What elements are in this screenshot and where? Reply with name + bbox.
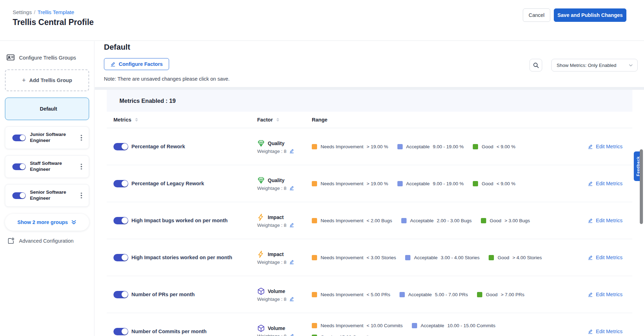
sort-metrics-icon[interactable] [135,117,138,122]
edit-weightage-icon[interactable] [289,223,294,228]
advanced-configuration-button[interactable]: Advanced Configuration [5,237,89,245]
factor-name: Quality [268,178,284,183]
edit-metrics-link[interactable]: Edit Metrics [588,144,623,149]
range-value: < 10.00 Commits [367,323,403,328]
group-toggle[interactable] [12,135,26,141]
range-color-swatch [312,181,317,186]
range-color-swatch [312,255,317,260]
range-chip-acceptable: Acceptable5.00 - 7.00 PRs [400,292,468,297]
configure-factors-button[interactable]: Configure Factors [104,58,169,70]
weightage-value: Weightage : 8 [257,297,286,302]
weightage-value: Weightage : 8 [257,223,286,228]
group-toggle[interactable] [12,192,26,199]
factor-name: Quality [268,141,284,146]
sidebar-item-default-group[interactable]: Default [5,98,89,120]
factor-name: Impact [268,251,284,257]
edit-metrics-label: Edit Metrics [596,329,623,334]
range-level-label: Good [321,335,332,336]
trellis-profile-page: Settings/Trellis Template Trellis Centra… [0,0,644,336]
sort-factor-icon[interactable] [276,117,280,122]
edit-weightage-icon[interactable] [289,260,294,265]
edit-weightage-icon[interactable] [289,297,294,301]
range-chip-needs-improvement: Needs Improvement> 19.00 % [312,181,388,186]
edit-weightage-icon[interactable] [289,186,294,191]
edit-metrics-label: Edit Metrics [596,255,623,260]
group-name: Junior Software Engineer [30,132,78,144]
metric-toggle[interactable] [113,217,128,224]
range-chip-good: Good< 9.00 % [473,144,515,149]
group-toggle[interactable] [12,163,26,170]
range-value: < 5.00 PRs [367,292,390,297]
kebab-menu-icon[interactable] [78,162,85,171]
edit-metrics-link[interactable]: Edit Metrics [588,292,623,297]
range-level-label: Acceptable [408,292,432,297]
range-value: < 2.00 Bugs [367,218,392,223]
range-chip-good: Good< 9.00 % [473,181,515,186]
table-row: Percentage of Rework Quality Weightage :… [107,128,632,165]
show-metrics-dropdown[interactable]: Show Metrics: Only Enabled [551,59,638,71]
factor-name: Volume [268,288,285,294]
bolt-icon [257,213,265,221]
edit-weightage-icon[interactable] [289,334,294,336]
metric-toggle[interactable] [113,328,128,335]
edit-metrics-link[interactable]: Edit Metrics [588,329,623,334]
metric-toggle[interactable] [113,180,128,187]
range-chip-needs-improvement: Needs Improvement< 10.00 Commits [312,323,403,328]
save-and-publish-button[interactable]: Save and Publish Changes [554,8,626,22]
range-value: > 7.00 PRs [501,292,524,297]
range-color-swatch [401,218,407,223]
export-gear-icon [7,237,15,245]
metric-toggle[interactable] [113,143,128,150]
range-level-label: Acceptable [410,218,434,223]
range-chip-needs-improvement: Needs Improvement< 5.00 PRs [312,292,390,297]
weightage-value: Weightage : 8 [257,149,286,154]
factor-name: Volume [268,325,285,331]
trellis-group-list: Junior Software Engineer Staff Software … [5,126,89,207]
sidebar-group-staff-software-engineer[interactable]: Staff Software Engineer [5,155,89,178]
range-level-label: Good [490,218,501,223]
range-value: 9.00 - 19.00 % [433,181,464,186]
edit-metrics-link[interactable]: Edit Metrics [588,181,623,186]
range-chip-acceptable: Acceptable3.00 - 4.00 Stories [405,255,479,260]
vertical-scrollbar-thumb[interactable] [640,149,643,224]
table-row: Number of PRs per month Volume Weightage… [107,276,632,313]
range-cell: Needs Improvement> 19.00 %Acceptable9.00… [312,181,572,186]
range-chip-good: Good> 15.00 Commits [312,335,371,336]
cancel-button[interactable]: Cancel [523,8,550,22]
range-cell: Needs Improvement< 3.00 StoriesAcceptabl… [312,255,572,260]
range-value: > 4.00 Stories [512,255,542,260]
sidebar-group-junior-software-engineer[interactable]: Junior Software Engineer [5,126,89,149]
search-button[interactable] [530,59,542,71]
kebab-menu-icon[interactable] [78,191,85,200]
metric-toggle[interactable] [113,291,128,298]
range-value: > 3.00 Bugs [504,218,530,223]
edit-metrics-link[interactable]: Edit Metrics [588,255,623,260]
metric-name: Number of PRs per month [131,291,201,298]
range-value: 10.00 - 15.00 Commits [447,323,496,328]
table-body: Percentage of Rework Quality Weightage :… [107,128,632,336]
edit-metrics-label: Edit Metrics [596,218,623,223]
range-color-swatch [400,292,405,297]
range-color-swatch [397,144,403,149]
show-more-groups-button[interactable]: Show 2 more groups [5,214,89,231]
sidebar-group-senior-software-engineer[interactable]: Senior Software Engineer [5,184,89,207]
metric-toggle[interactable] [113,254,128,261]
range-value: 3.00 - 4.00 Stories [441,255,479,260]
page-title: Trellis Central Profile [13,18,94,27]
breadcrumb: Settings/Trellis Template [13,9,74,15]
add-trellis-group-button[interactable]: + Add Trellis Group [5,69,89,91]
range-value: < 9.00 % [496,144,515,149]
edit-metrics-link[interactable]: Edit Metrics [588,218,623,223]
range-level-label: Good [497,255,509,260]
edit-weightage-icon[interactable] [289,149,294,154]
range-level-label: Acceptable [406,181,430,186]
range-level-label: Acceptable [414,255,438,260]
kebab-menu-icon[interactable] [78,133,85,142]
breadcrumb-trellis-template[interactable]: Trellis Template [37,9,74,15]
show-more-groups-label: Show 2 more groups [17,219,68,225]
range-level-label: Needs Improvement [321,144,364,149]
range-color-swatch [412,323,417,328]
column-header-metrics: Metrics [113,117,131,123]
breadcrumb-settings[interactable]: Settings [13,9,32,15]
range-level-label: Good [486,292,497,297]
